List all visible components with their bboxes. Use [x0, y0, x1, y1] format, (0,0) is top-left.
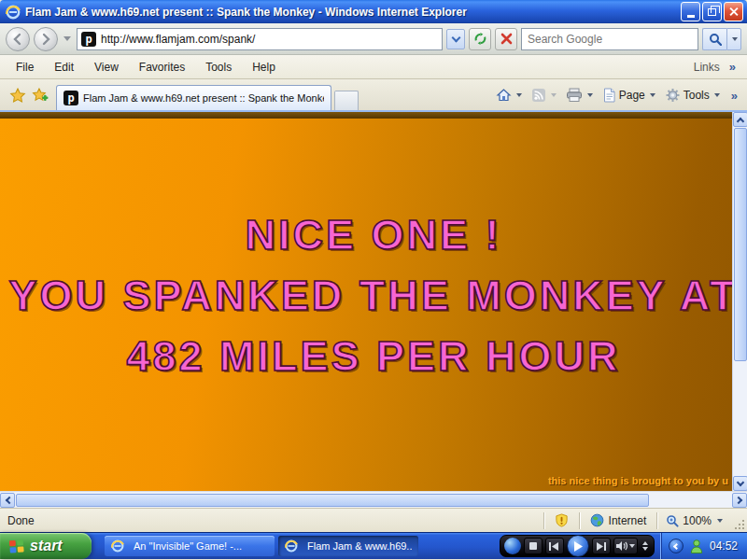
statusbar-divider: [656, 512, 657, 529]
menu-view[interactable]: View: [84, 57, 129, 77]
stop-button[interactable]: [495, 28, 517, 50]
taskbar-item-invisible-game[interactable]: An "Invisible" Game! -...: [105, 536, 275, 556]
arrow-down-icon: [737, 479, 744, 486]
security-pane: [547, 513, 576, 527]
navigation-bar: p: [0, 23, 747, 55]
system-tray: 04:52: [660, 533, 747, 559]
window-title: Flam Jam & www.h69.net present :: Spank …: [25, 6, 681, 19]
favorites-star-button[interactable]: [9, 88, 26, 104]
scroll-right-button[interactable]: [732, 493, 747, 508]
menu-help[interactable]: Help: [242, 57, 286, 77]
menu-file[interactable]: File: [6, 57, 44, 77]
scroll-down-button[interactable]: [733, 476, 747, 491]
speaker-icon: [616, 541, 627, 551]
address-bar[interactable]: p: [77, 28, 443, 50]
refresh-icon: [473, 32, 487, 46]
headline-line3: 482 MILES PER HOUR: [0, 326, 747, 386]
arrow-up-icon: [642, 541, 648, 545]
page-menu-button[interactable]: Page: [599, 85, 659, 105]
menu-favorites[interactable]: Favorites: [129, 57, 195, 77]
zoom-dropdown[interactable]: [717, 519, 723, 523]
browser-window: Flam Jam & www.h69.net present :: Spank …: [0, 0, 747, 560]
close-button[interactable]: [724, 2, 743, 21]
tab-title: Flam Jam & www.h69.net present :: Spank …: [83, 92, 324, 104]
media-previous-button[interactable]: [545, 538, 564, 554]
restore-button[interactable]: [702, 2, 722, 21]
url-input[interactable]: [101, 33, 440, 46]
search-button[interactable]: [702, 28, 726, 50]
minimize-button[interactable]: [681, 2, 700, 21]
history-dropdown-button[interactable]: [63, 36, 71, 41]
scroll-left-button[interactable]: [0, 493, 15, 508]
search-box[interactable]: [521, 28, 698, 50]
search-options-dropdown[interactable]: [726, 28, 741, 50]
search-input[interactable]: [528, 33, 692, 46]
zoom-level-label: 100%: [683, 514, 712, 527]
menu-tools[interactable]: Tools: [195, 57, 242, 77]
deskband-size-controls[interactable]: [641, 541, 650, 551]
home-icon: [496, 88, 512, 103]
vertical-scroll-track[interactable]: [733, 362, 747, 476]
horizontal-scroll-thumb[interactable]: [16, 494, 649, 507]
resize-grip[interactable]: [732, 517, 745, 530]
arrow-left-icon: [5, 496, 12, 503]
print-button[interactable]: [562, 85, 597, 105]
links-label[interactable]: Links: [694, 61, 724, 74]
chevron-down-icon: [629, 544, 635, 548]
feeds-button[interactable]: [528, 85, 560, 105]
media-play-button[interactable]: [567, 535, 589, 557]
stop-icon: [500, 33, 513, 45]
taskbar-clock[interactable]: 04:52: [710, 539, 738, 553]
tab-bar: p Flam Jam & www.h69.net present :: Span…: [0, 79, 747, 110]
vertical-scroll-thumb[interactable]: [734, 128, 747, 361]
menu-edit[interactable]: Edit: [44, 57, 84, 77]
globe-icon: [590, 513, 604, 527]
arrow-left-icon: [11, 33, 24, 46]
vertical-scrollbar[interactable]: [732, 112, 747, 491]
tools-menu-button[interactable]: Tools: [661, 85, 724, 105]
zoom-control[interactable]: 100%: [660, 514, 728, 527]
statusbar-divider: [579, 512, 580, 529]
page-menu-label: Page: [619, 89, 645, 102]
media-volume-button[interactable]: [613, 538, 638, 554]
ie-icon: [285, 539, 298, 553]
taskbar-item-flam-jam[interactable]: Flam Jam & www.h69....: [278, 536, 418, 556]
chevron-down-icon: [551, 93, 557, 97]
horizontal-scrollbar[interactable]: [0, 491, 747, 508]
next-track-icon: [596, 542, 606, 551]
forward-button[interactable]: [34, 27, 58, 51]
address-dropdown-button[interactable]: [446, 29, 465, 49]
command-bar-overflow[interactable]: »: [726, 89, 743, 103]
messenger-buddy-icon[interactable]: [689, 539, 704, 554]
windows-logo-icon: [8, 539, 24, 554]
status-bar: Done Internet 100%: [0, 508, 747, 532]
links-chevron[interactable]: »: [724, 60, 741, 74]
media-next-button[interactable]: [592, 538, 611, 554]
ie-icon: [111, 539, 124, 553]
task-label: An "Invisible" Game! -...: [134, 540, 242, 552]
arrow-up-icon: [737, 117, 744, 124]
printer-icon: [566, 88, 583, 103]
headline-line1: NICE ONE !: [0, 204, 747, 265]
credit-text: this nice thing is brought to you by u: [548, 475, 728, 486]
previous-track-icon: [549, 542, 559, 551]
wmp-logo-icon: [504, 538, 521, 554]
rss-icon: [531, 88, 546, 103]
zone-pane: Internet: [583, 513, 655, 527]
tools-menu-label: Tools: [684, 89, 710, 102]
media-stop-button[interactable]: [524, 538, 543, 554]
arrow-right-icon: [734, 496, 741, 503]
hide-inactive-icons-button[interactable]: [669, 539, 684, 553]
statusbar-divider: [543, 512, 544, 529]
tab-spank-the-monkey[interactable]: p Flam Jam & www.h69.net present :: Span…: [56, 85, 331, 110]
add-favorite-button[interactable]: [32, 88, 49, 104]
new-tab-button[interactable]: [334, 91, 359, 110]
home-button[interactable]: [492, 85, 526, 105]
scroll-up-button[interactable]: [733, 112, 747, 127]
start-button[interactable]: start: [0, 533, 92, 559]
back-button[interactable]: [6, 27, 30, 51]
taskbar: start An "Invisible" Game! -... Flam Jam…: [0, 532, 747, 559]
refresh-button[interactable]: [469, 28, 491, 50]
close-icon: [728, 7, 739, 17]
chevron-down-icon: [516, 93, 522, 97]
